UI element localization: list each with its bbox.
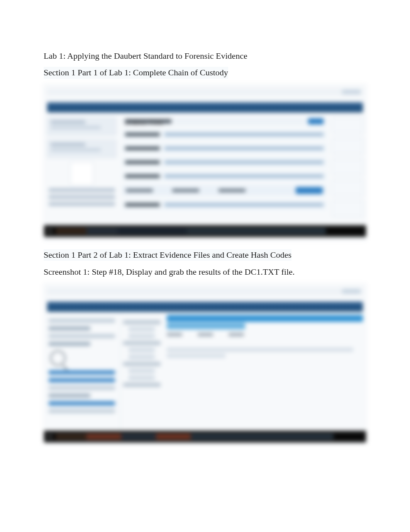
tree-node[interactable] xyxy=(129,369,155,373)
taskbar-apps[interactable] xyxy=(56,228,326,234)
sidebar-line-selected[interactable] xyxy=(49,378,115,382)
form-title: Evidence Form xyxy=(125,119,171,123)
sidebar-line-selected[interactable] xyxy=(49,371,115,374)
screenshot-1-caption: Screenshot 1: Step #18, Display and grab… xyxy=(44,266,366,278)
sidebar-line xyxy=(49,195,115,199)
field-label xyxy=(125,147,160,150)
lab-title: Lab 1: Applying the Daubert Standard to … xyxy=(44,50,366,62)
sidebar-line xyxy=(49,409,115,413)
section-1-part-2-heading: Section 1 Part 2 of Lab 1: Extract Evide… xyxy=(44,249,291,261)
sidebar-card xyxy=(47,139,117,158)
right-panel-card xyxy=(332,138,363,154)
sidebar-line xyxy=(49,394,90,398)
table-col xyxy=(219,189,246,192)
field-label xyxy=(125,133,160,136)
field-value xyxy=(164,133,324,136)
tree-node[interactable] xyxy=(123,383,161,387)
form-row xyxy=(122,157,327,167)
tree-node[interactable] xyxy=(123,341,161,345)
col-label xyxy=(229,333,244,336)
field-label xyxy=(125,175,160,178)
results-header-primary xyxy=(167,315,363,322)
tree-node[interactable] xyxy=(129,334,155,338)
form-row xyxy=(122,171,327,181)
tree-node[interactable] xyxy=(129,348,155,352)
right-panel-card xyxy=(332,201,363,217)
browser-address-bar xyxy=(47,88,363,95)
sidebar-card xyxy=(47,117,117,136)
hash-output-line xyxy=(167,348,353,352)
sidebar-line xyxy=(49,319,115,323)
sidebar-thumbnail xyxy=(70,162,93,185)
field-label xyxy=(125,203,160,206)
form-row xyxy=(122,129,327,139)
app-header-bar xyxy=(47,102,363,112)
tree-node[interactable] xyxy=(123,320,161,324)
form-row xyxy=(122,200,327,210)
field-label xyxy=(125,161,160,164)
right-panel-card xyxy=(332,159,363,175)
sidebar-line xyxy=(49,188,115,192)
form-title-row: Evidence Form xyxy=(122,117,327,126)
sidebar-line xyxy=(49,202,115,206)
file-tree[interactable] xyxy=(120,315,163,431)
tree-node[interactable] xyxy=(129,327,155,331)
screenshot-hash-results xyxy=(44,284,366,444)
tree-node[interactable] xyxy=(129,355,155,359)
left-sidebar xyxy=(47,117,117,225)
results-pane xyxy=(167,315,363,431)
sidebar-line xyxy=(49,386,115,390)
primary-action-button[interactable] xyxy=(296,187,323,194)
right-panel-card xyxy=(332,180,363,196)
field-value xyxy=(164,175,324,178)
section-1-part-1-heading: Section 1 Part 1 of Lab 1: Complete Chai… xyxy=(44,67,228,79)
start-button-icon[interactable] xyxy=(47,228,53,234)
taskbar-apps[interactable] xyxy=(56,434,334,439)
windows-taskbar xyxy=(44,431,366,442)
form-table-header xyxy=(122,185,327,196)
tree-node[interactable] xyxy=(129,376,155,380)
sidebar-line xyxy=(49,326,90,330)
results-header-secondary xyxy=(167,323,245,329)
windows-taskbar xyxy=(44,225,366,237)
form-panel: Evidence Form xyxy=(122,117,327,225)
sidebar-line xyxy=(49,334,115,338)
tree-node[interactable] xyxy=(123,362,161,366)
field-value xyxy=(164,147,324,150)
browser-address-bar xyxy=(47,288,363,295)
search-icon xyxy=(50,350,66,366)
results-columns xyxy=(167,333,363,336)
field-value xyxy=(164,161,324,164)
table-col xyxy=(126,189,153,192)
table-col xyxy=(172,189,199,192)
right-panel xyxy=(332,117,363,225)
col-label xyxy=(198,333,213,336)
col-label xyxy=(167,333,182,336)
sidebar-line xyxy=(49,342,90,346)
field-value xyxy=(164,203,324,206)
form-row xyxy=(122,143,327,153)
form-status-pill xyxy=(308,118,324,124)
screenshot-chain-of-custody: Evidence Form xyxy=(44,84,366,241)
hash-output-line xyxy=(167,354,225,358)
app-header-bar xyxy=(47,302,363,312)
right-panel-card xyxy=(332,117,363,133)
left-sidebar xyxy=(47,315,117,431)
sidebar-line-selected[interactable] xyxy=(49,401,115,405)
start-button-icon[interactable] xyxy=(47,434,53,439)
